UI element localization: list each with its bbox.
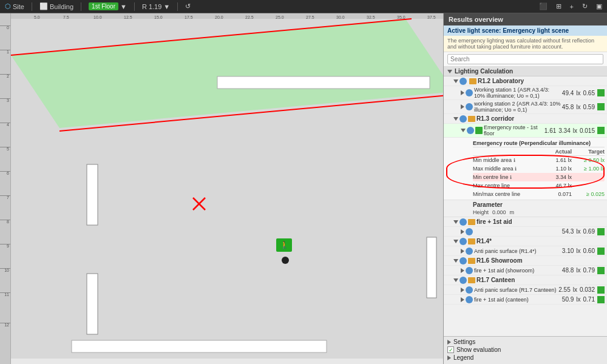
room-r13[interactable]: R1.3 corridor bbox=[444, 114, 607, 124]
eye-icon[interactable] bbox=[467, 127, 474, 134]
eye-icon[interactable] bbox=[466, 296, 473, 303]
rotate-tool[interactable]: ↻ bbox=[580, 2, 590, 10]
active-scene-bar: Active light scene: Emergency light scen… bbox=[444, 25, 607, 36]
room-r14[interactable]: R1.4* bbox=[444, 237, 607, 246]
eye-icon[interactable] bbox=[466, 103, 473, 110]
lux-value: 49.4 bbox=[562, 90, 574, 96]
room-label: R1.2 Laboratory bbox=[478, 78, 605, 84]
expand-icon[interactable] bbox=[461, 249, 464, 254]
ws2-item[interactable]: working station 2 (ASR A3.4/3: 10% illum… bbox=[444, 100, 607, 114]
antipanic-r14[interactable]: Anti panic surface (R1.4*) 3.10 lx 0.60 bbox=[444, 246, 607, 256]
room-r17[interactable]: R1.7 Canteen bbox=[444, 275, 607, 285]
ruler-tick: 0 bbox=[0, 25, 10, 26]
toolbar-site[interactable]: ⬡ Site bbox=[2, 0, 27, 13]
results-tree: Lighting Calculation R1.2 Laboratory Wor… bbox=[444, 67, 607, 336]
collapse-icon[interactable] bbox=[461, 129, 466, 132]
svg-rect-33 bbox=[217, 76, 430, 89]
actual-value: 46.7 lx bbox=[548, 183, 572, 189]
grid-tool[interactable]: ⊞ bbox=[554, 2, 564, 10]
ruler-tick: 9 bbox=[0, 244, 10, 244]
measure-tool[interactable]: ⬛ bbox=[537, 2, 550, 10]
search-input[interactable] bbox=[447, 54, 603, 64]
plus-tool[interactable]: + bbox=[568, 3, 576, 10]
fire-1staid-item[interactable]: 54.3 lx 0.69 bbox=[444, 227, 607, 237]
collapse-icon[interactable] bbox=[453, 278, 458, 282]
floor-plan-canvas[interactable]: 5.0 7.5 10.0 12.5 15.0 17.5 20.0 22.5 bbox=[11, 13, 443, 364]
eye-icon[interactable] bbox=[459, 115, 467, 123]
collapse-icon[interactable] bbox=[447, 70, 452, 73]
legend-expand-icon[interactable] bbox=[447, 356, 451, 360]
collapse-icon[interactable] bbox=[453, 240, 458, 243]
antipanic-canteen[interactable]: Anti panic surface (R1.7 Canteen) 2.55 l… bbox=[444, 285, 607, 295]
room-r12[interactable]: R1.2 Laboratory bbox=[444, 76, 607, 86]
ruler-tick: 4 bbox=[0, 123, 10, 123]
expand-icon[interactable] bbox=[461, 288, 464, 292]
main-layout: 0 1 2 3 4 5 6 7 8 9 10 11 12 5.0 7.5 10.… bbox=[0, 13, 607, 364]
value-cell: 1.61 3.34 lx 0.015 bbox=[544, 127, 605, 134]
eye-icon[interactable] bbox=[459, 257, 467, 265]
room-r16[interactable]: R1.6 Showroom bbox=[444, 256, 607, 266]
expand-icon[interactable] bbox=[461, 90, 464, 95]
lux-unit: lx bbox=[576, 267, 580, 274]
row-label: Max middle area ℹ bbox=[473, 166, 545, 172]
show-evaluation-row[interactable]: ✓ Show evaluation bbox=[447, 346, 603, 353]
toolbar-floor[interactable]: 1st Floor ▼ bbox=[86, 0, 129, 13]
uo-value: 0.65 bbox=[583, 90, 595, 96]
fire-showroom[interactable]: fire + 1st aid (showroom) 48.8 lx 0.79 bbox=[444, 266, 607, 275]
eye-icon[interactable] bbox=[459, 78, 467, 85]
uo-value: 0.60 bbox=[583, 248, 595, 254]
toolbar-building[interactable]: ⬜ Building bbox=[37, 0, 76, 13]
lux-unit: lx bbox=[576, 104, 580, 110]
eye-icon[interactable] bbox=[459, 218, 467, 226]
eye-icon[interactable] bbox=[466, 286, 473, 294]
collapse-icon[interactable] bbox=[453, 79, 458, 83]
settings-expand-icon[interactable] bbox=[447, 340, 451, 345]
ws1-item[interactable]: Working station 1 (ASR A3.4/3: 10% illum… bbox=[444, 86, 607, 100]
lux-unit: lx bbox=[576, 248, 580, 254]
collapse-icon[interactable] bbox=[453, 220, 458, 224]
eye-icon[interactable] bbox=[459, 238, 467, 245]
separator4 bbox=[177, 2, 178, 11]
height-unit: m bbox=[510, 209, 515, 215]
search-bar[interactable] bbox=[444, 52, 607, 67]
room-label: R1.3 corridor bbox=[476, 115, 605, 122]
fire-1staid-section[interactable]: fire + 1st aid bbox=[444, 217, 607, 227]
eye-icon[interactable] bbox=[459, 277, 467, 284]
results-title: Results overview bbox=[449, 16, 503, 23]
show-evaluation-checkbox[interactable]: ✓ bbox=[447, 346, 454, 353]
active-scene-value: Emergency light scene bbox=[503, 27, 569, 34]
ruler-vertical: 0 1 2 3 4 5 6 7 8 9 10 11 12 bbox=[0, 13, 11, 364]
expand-icon[interactable] bbox=[461, 104, 464, 109]
lux-value: 50.9 bbox=[562, 296, 574, 303]
uo-value: 0.69 bbox=[583, 228, 595, 235]
lux-unit: lx bbox=[573, 286, 577, 293]
folder-icon bbox=[469, 78, 476, 84]
param-section-label: Parameter bbox=[473, 201, 605, 208]
separator3 bbox=[134, 2, 135, 11]
status-indicator bbox=[597, 296, 605, 303]
collapse-icon[interactable] bbox=[453, 259, 458, 263]
actual-value: 1.10 lx bbox=[548, 166, 572, 172]
eye-icon[interactable] bbox=[466, 267, 473, 274]
expand-icon[interactable] bbox=[461, 297, 464, 302]
expand-icon[interactable] bbox=[461, 268, 464, 273]
row-label: Min centre line ℹ bbox=[473, 174, 545, 180]
legend-row[interactable]: Legend bbox=[447, 354, 603, 361]
eye-icon[interactable] bbox=[466, 228, 473, 235]
status-indicator bbox=[597, 228, 605, 235]
value-cell: 49.4 lx 0.65 bbox=[562, 89, 605, 96]
expand-icon[interactable] bbox=[461, 229, 464, 234]
uo-value: 0.032 bbox=[580, 286, 595, 293]
active-scene-label: Active light scene: bbox=[447, 27, 501, 34]
eye-icon[interactable] bbox=[466, 248, 473, 255]
toolbar-room[interactable]: R 1.19 ▼ bbox=[140, 0, 172, 13]
fire-canteen[interactable]: fire + 1st aid (canteen) 50.9 lx 0.71 bbox=[444, 295, 607, 305]
eye-icon[interactable] bbox=[466, 89, 473, 96]
emergency-route-item[interactable]: Emergency route - 1st floor 1.61 3.34 lx… bbox=[444, 124, 607, 138]
svg-rect-35 bbox=[87, 274, 98, 334]
window-tool[interactable]: ▣ bbox=[594, 2, 605, 10]
collapse-icon[interactable] bbox=[453, 117, 458, 121]
settings-row[interactable]: Settings bbox=[447, 339, 603, 345]
refresh-button[interactable]: ↺ bbox=[183, 0, 193, 13]
row-max-middle: Max middle area ℹ 1.10 lx ≥ 1.00 lx bbox=[473, 164, 605, 173]
